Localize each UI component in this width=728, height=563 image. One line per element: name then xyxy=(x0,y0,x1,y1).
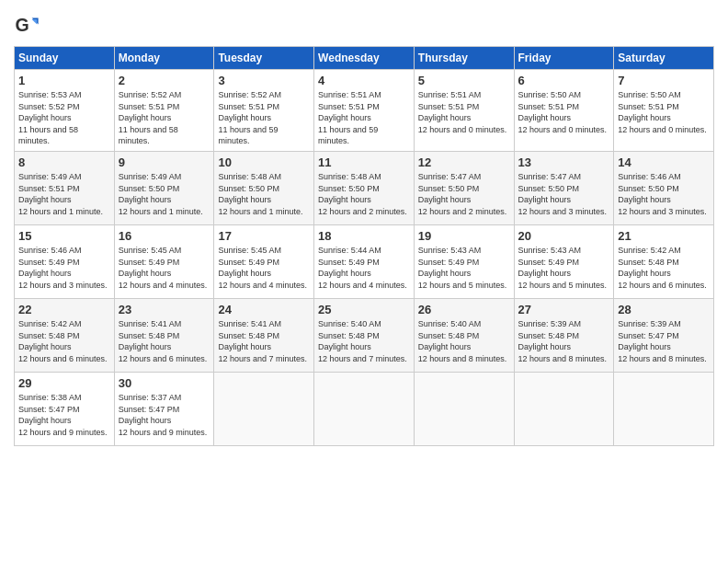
day-number: 11 xyxy=(318,155,410,169)
calendar-cell: 12Sunrise: 5:47 AMSunset: 5:50 PMDayligh… xyxy=(414,151,514,224)
day-number: 12 xyxy=(418,155,510,169)
calendar-table: SundayMondayTuesdayWednesdayThursdayFrid… xyxy=(14,46,714,446)
calendar-cell: 5Sunrise: 5:51 AMSunset: 5:51 PMDaylight… xyxy=(414,70,514,152)
calendar-cell: 18Sunrise: 5:44 AMSunset: 5:49 PMDayligh… xyxy=(314,224,415,298)
day-info: Sunrise: 5:42 AMSunset: 5:48 PMDaylight … xyxy=(18,319,108,363)
day-info: Sunrise: 5:52 AMSunset: 5:51 PMDaylight … xyxy=(119,90,182,145)
day-number: 1 xyxy=(18,74,110,87)
calendar-cell: 29Sunrise: 5:38 AMSunset: 5:47 PMDayligh… xyxy=(15,372,115,445)
col-header-friday: Friday xyxy=(514,47,614,70)
calendar-cell: 8Sunrise: 5:49 AMSunset: 5:51 PMDaylight… xyxy=(15,151,115,224)
day-number: 17 xyxy=(218,229,310,243)
day-info: Sunrise: 5:47 AMSunset: 5:50 PMDaylight … xyxy=(418,172,507,216)
day-info: Sunrise: 5:52 AMSunset: 5:51 PMDaylight … xyxy=(218,90,281,145)
day-number: 14 xyxy=(618,155,710,169)
calendar-cell xyxy=(514,372,614,445)
calendar-cell: 16Sunrise: 5:45 AMSunset: 5:49 PMDayligh… xyxy=(114,224,214,298)
logo: G xyxy=(14,13,41,39)
col-header-monday: Monday xyxy=(114,47,214,70)
calendar-cell: 20Sunrise: 5:43 AMSunset: 5:49 PMDayligh… xyxy=(514,224,614,298)
day-number: 10 xyxy=(218,155,310,169)
day-info: Sunrise: 5:40 AMSunset: 5:48 PMDaylight … xyxy=(418,319,507,363)
day-info: Sunrise: 5:39 AMSunset: 5:47 PMDaylight … xyxy=(618,319,707,363)
day-info: Sunrise: 5:43 AMSunset: 5:49 PMDaylight … xyxy=(518,246,608,290)
day-info: Sunrise: 5:40 AMSunset: 5:48 PMDaylight … xyxy=(318,319,407,363)
header: G xyxy=(14,9,714,39)
calendar-cell: 15Sunrise: 5:46 AMSunset: 5:49 PMDayligh… xyxy=(15,224,115,298)
day-number: 13 xyxy=(518,155,610,169)
calendar-cell: 28Sunrise: 5:39 AMSunset: 5:47 PMDayligh… xyxy=(614,298,714,372)
day-number: 24 xyxy=(218,303,310,316)
day-info: Sunrise: 5:46 AMSunset: 5:50 PMDaylight … xyxy=(618,172,707,216)
day-number: 28 xyxy=(618,303,710,316)
day-info: Sunrise: 5:53 AMSunset: 5:52 PMDaylight … xyxy=(18,90,82,145)
day-number: 25 xyxy=(318,303,410,316)
calendar-cell: 9Sunrise: 5:49 AMSunset: 5:50 PMDaylight… xyxy=(114,151,214,224)
calendar-cell: 11Sunrise: 5:48 AMSunset: 5:50 PMDayligh… xyxy=(314,151,415,224)
calendar-cell xyxy=(214,372,314,445)
day-number: 8 xyxy=(18,155,110,169)
day-number: 27 xyxy=(518,303,610,316)
day-info: Sunrise: 5:45 AMSunset: 5:49 PMDaylight … xyxy=(119,246,208,290)
calendar-cell: 21Sunrise: 5:42 AMSunset: 5:48 PMDayligh… xyxy=(614,224,714,298)
day-number: 30 xyxy=(119,376,210,390)
day-info: Sunrise: 5:42 AMSunset: 5:48 PMDaylight … xyxy=(618,246,707,290)
day-info: Sunrise: 5:41 AMSunset: 5:48 PMDaylight … xyxy=(119,319,208,363)
calendar-cell: 4Sunrise: 5:51 AMSunset: 5:51 PMDaylight… xyxy=(314,70,415,152)
day-info: Sunrise: 5:41 AMSunset: 5:48 PMDaylight … xyxy=(218,319,307,363)
logo-icon: G xyxy=(14,13,40,39)
calendar-cell: 26Sunrise: 5:40 AMSunset: 5:48 PMDayligh… xyxy=(414,298,514,372)
day-info: Sunrise: 5:44 AMSunset: 5:49 PMDaylight … xyxy=(318,246,407,290)
calendar-cell: 22Sunrise: 5:42 AMSunset: 5:48 PMDayligh… xyxy=(15,298,115,372)
calendar-cell: 27Sunrise: 5:39 AMSunset: 5:48 PMDayligh… xyxy=(514,298,614,372)
svg-text:G: G xyxy=(15,15,28,35)
day-number: 2 xyxy=(119,74,210,87)
day-number: 9 xyxy=(119,155,210,169)
day-number: 23 xyxy=(119,303,210,316)
day-info: Sunrise: 5:48 AMSunset: 5:50 PMDaylight … xyxy=(318,172,407,216)
calendar-cell: 23Sunrise: 5:41 AMSunset: 5:48 PMDayligh… xyxy=(114,298,214,372)
day-number: 3 xyxy=(218,74,310,87)
col-header-tuesday: Tuesday xyxy=(214,47,314,70)
calendar-cell: 19Sunrise: 5:43 AMSunset: 5:49 PMDayligh… xyxy=(414,224,514,298)
day-info: Sunrise: 5:47 AMSunset: 5:50 PMDaylight … xyxy=(518,172,608,216)
calendar-cell: 6Sunrise: 5:50 AMSunset: 5:51 PMDaylight… xyxy=(514,70,614,152)
calendar-cell: 2Sunrise: 5:52 AMSunset: 5:51 PMDaylight… xyxy=(114,70,214,152)
day-number: 16 xyxy=(119,229,210,243)
day-info: Sunrise: 5:46 AMSunset: 5:49 PMDaylight … xyxy=(18,246,108,290)
col-header-wednesday: Wednesday xyxy=(314,47,415,70)
col-header-saturday: Saturday xyxy=(614,47,714,70)
calendar-cell: 24Sunrise: 5:41 AMSunset: 5:48 PMDayligh… xyxy=(214,298,314,372)
day-number: 18 xyxy=(318,229,410,243)
day-number: 21 xyxy=(618,229,710,243)
svg-marker-2 xyxy=(32,19,38,25)
day-info: Sunrise: 5:45 AMSunset: 5:49 PMDaylight … xyxy=(218,246,307,290)
day-info: Sunrise: 5:50 AMSunset: 5:51 PMDaylight … xyxy=(618,90,707,134)
day-number: 7 xyxy=(618,74,710,87)
day-number: 19 xyxy=(418,229,510,243)
calendar-cell: 13Sunrise: 5:47 AMSunset: 5:50 PMDayligh… xyxy=(514,151,614,224)
day-number: 26 xyxy=(418,303,510,316)
day-number: 22 xyxy=(18,303,110,316)
calendar-cell: 1Sunrise: 5:53 AMSunset: 5:52 PMDaylight… xyxy=(15,70,115,152)
day-info: Sunrise: 5:39 AMSunset: 5:48 PMDaylight … xyxy=(518,319,608,363)
day-number: 5 xyxy=(418,74,510,87)
calendar-cell xyxy=(414,372,514,445)
calendar-cell: 3Sunrise: 5:52 AMSunset: 5:51 PMDaylight… xyxy=(214,70,314,152)
day-info: Sunrise: 5:38 AMSunset: 5:47 PMDaylight … xyxy=(18,393,108,437)
calendar-cell: 10Sunrise: 5:48 AMSunset: 5:50 PMDayligh… xyxy=(214,151,314,224)
day-number: 29 xyxy=(18,376,110,390)
day-number: 6 xyxy=(518,74,610,87)
day-info: Sunrise: 5:49 AMSunset: 5:50 PMDaylight … xyxy=(119,172,203,216)
day-number: 15 xyxy=(18,229,110,243)
day-info: Sunrise: 5:51 AMSunset: 5:51 PMDaylight … xyxy=(318,90,381,145)
day-info: Sunrise: 5:51 AMSunset: 5:51 PMDaylight … xyxy=(418,90,507,134)
calendar-cell xyxy=(614,372,714,445)
calendar-cell xyxy=(314,372,415,445)
page-container: G SundayMondayTuesdayWednesdayThursdayFr… xyxy=(0,0,728,455)
day-info: Sunrise: 5:43 AMSunset: 5:49 PMDaylight … xyxy=(418,246,507,290)
day-number: 4 xyxy=(318,74,410,87)
col-header-sunday: Sunday xyxy=(15,47,115,70)
calendar-cell: 14Sunrise: 5:46 AMSunset: 5:50 PMDayligh… xyxy=(614,151,714,224)
day-info: Sunrise: 5:49 AMSunset: 5:51 PMDaylight … xyxy=(18,172,103,216)
